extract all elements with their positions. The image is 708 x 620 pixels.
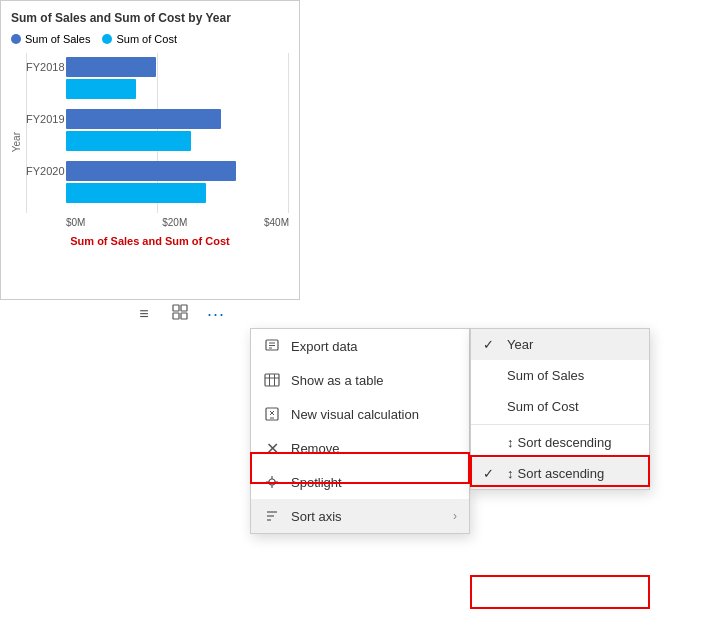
x-label-0: $0M — [66, 217, 85, 228]
bars-area: FY2018 FY2019 — [26, 53, 289, 233]
submenu-item-year[interactable]: ✓ Year — [471, 329, 649, 360]
submenu-label-year: Year — [507, 337, 637, 352]
bar-row-fy2018-sales: FY2018 — [26, 57, 289, 77]
dropdown-menu: Export data Show as a table New visual c… — [250, 328, 470, 534]
bar-label-fy2019: FY2019 — [26, 113, 62, 125]
menu-item-export-label: Export data — [291, 339, 457, 354]
bar-group-fy2020: FY2020 — [26, 161, 289, 203]
legend-item-sales: Sum of Sales — [11, 33, 90, 45]
focus-icon — [172, 304, 188, 324]
legend-label-sales: Sum of Sales — [25, 33, 90, 45]
check-sort-asc: ✓ — [483, 466, 499, 481]
sort-axis-icon — [263, 507, 281, 525]
more-icon: ··· — [207, 304, 225, 325]
bar-fy2020-cost — [66, 183, 206, 203]
bar-row-fy2019-sales: FY2019 — [26, 109, 289, 129]
submenu-label-sort-asc: ↕Sort ascending — [507, 466, 637, 481]
sort-axis-arrow: › — [453, 509, 457, 523]
menu-item-sort-axis-label: Sort axis — [291, 509, 443, 524]
submenu-item-sort-asc[interactable]: ✓ ↕Sort ascending — [471, 458, 649, 489]
svg-rect-1 — [181, 305, 187, 311]
x-label-1: $20M — [162, 217, 187, 228]
x-label-2: $40M — [264, 217, 289, 228]
svg-rect-3 — [181, 313, 187, 319]
calc-icon — [263, 405, 281, 423]
menu-item-remove-label: Remove — [291, 441, 457, 456]
filter-icon: ≡ — [139, 305, 148, 323]
highlight-sort-asc — [470, 575, 650, 609]
chart-container: Sum of Sales and Sum of Cost by Year Sum… — [0, 0, 300, 300]
submenu-item-sort-desc[interactable]: ↕Sort descending — [471, 427, 649, 458]
submenu-label-sum-sales: Sum of Sales — [507, 368, 637, 383]
bar-fy2018-cost — [66, 79, 136, 99]
submenu: ✓ Year Sum of Sales Sum of Cost ↕Sort de… — [470, 328, 650, 490]
chart-x-title: Sum of Sales and Sum of Cost — [11, 235, 289, 247]
menu-item-table-label: Show as a table — [291, 373, 457, 388]
svg-rect-8 — [265, 374, 279, 386]
bar-row-fy2020-cost — [26, 183, 289, 203]
legend-dot-sales — [11, 34, 21, 44]
menu-item-spotlight[interactable]: Spotlight — [251, 465, 469, 499]
chart-toolbar: ≡ ··· — [130, 300, 230, 328]
remove-icon: ✕ — [263, 439, 281, 457]
spotlight-icon — [263, 473, 281, 491]
export-icon — [263, 337, 281, 355]
more-button[interactable]: ··· — [202, 300, 230, 328]
svg-rect-0 — [173, 305, 179, 311]
bar-fy2020-sales — [66, 161, 236, 181]
bar-group-fy2018: FY2018 — [26, 57, 289, 99]
table-icon — [263, 371, 281, 389]
chart-title: Sum of Sales and Sum of Cost by Year — [11, 11, 289, 27]
menu-item-calc[interactable]: New visual calculation — [251, 397, 469, 431]
check-year: ✓ — [483, 337, 499, 352]
bar-fy2019-cost — [66, 131, 191, 151]
legend-label-cost: Sum of Cost — [116, 33, 177, 45]
submenu-label-sum-cost: Sum of Cost — [507, 399, 637, 414]
submenu-divider — [471, 424, 649, 425]
svg-rect-2 — [173, 313, 179, 319]
bar-label-fy2018: FY2018 — [26, 61, 62, 73]
svg-point-20 — [269, 479, 275, 485]
legend-dot-cost — [102, 34, 112, 44]
menu-item-spotlight-label: Spotlight — [291, 475, 457, 490]
bar-fy2019-sales — [66, 109, 221, 129]
bar-label-fy2020: FY2020 — [26, 165, 62, 177]
chart-legend: Sum of Sales Sum of Cost — [11, 33, 289, 45]
bar-group-fy2019: FY2019 — [26, 109, 289, 151]
menu-item-remove[interactable]: ✕ Remove — [251, 431, 469, 465]
x-axis: $0M $20M $40M — [26, 217, 289, 228]
bar-row-fy2020-sales: FY2020 — [26, 161, 289, 181]
bar-row-fy2019-cost — [26, 131, 289, 151]
submenu-item-sum-cost[interactable]: Sum of Cost — [471, 391, 649, 422]
submenu-item-sum-sales[interactable]: Sum of Sales — [471, 360, 649, 391]
menu-item-calc-label: New visual calculation — [291, 407, 457, 422]
menu-item-table[interactable]: Show as a table — [251, 363, 469, 397]
focus-button[interactable] — [166, 300, 194, 328]
chart-area: Year FY2018 FY — [11, 53, 289, 233]
submenu-label-sort-desc: ↕Sort descending — [507, 435, 637, 450]
bar-fy2018-sales — [66, 57, 156, 77]
y-axis-label: Year — [11, 132, 22, 152]
legend-item-cost: Sum of Cost — [102, 33, 177, 45]
bar-row-fy2018-cost — [26, 79, 289, 99]
menu-item-export[interactable]: Export data — [251, 329, 469, 363]
filter-button[interactable]: ≡ — [130, 300, 158, 328]
menu-item-sort-axis[interactable]: Sort axis › — [251, 499, 469, 533]
